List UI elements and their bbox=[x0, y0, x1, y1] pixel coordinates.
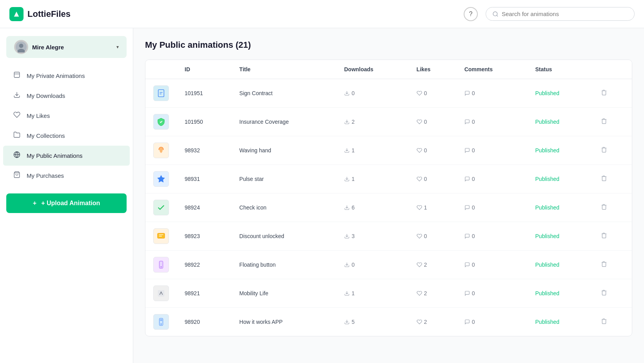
thumb-icon bbox=[153, 85, 169, 101]
row-actions[interactable] bbox=[591, 79, 632, 108]
row-actions[interactable] bbox=[591, 251, 632, 279]
table-row: 101950 Insurance Coverage 2 0 0 Publishe… bbox=[145, 108, 632, 136]
delete-button[interactable] bbox=[599, 288, 609, 299]
row-id: 101951 bbox=[177, 79, 232, 108]
sidebar: Mire Alegre ▾ My Private Animations My D… bbox=[0, 28, 133, 363]
table-header: ID Title Downloads Likes Comments Status bbox=[145, 60, 632, 79]
avatar bbox=[14, 40, 28, 54]
row-likes: 2 bbox=[409, 251, 457, 279]
row-id: 101950 bbox=[177, 108, 232, 136]
sidebar-item-downloads[interactable]: My Downloads bbox=[3, 86, 130, 106]
row-thumbnail bbox=[145, 136, 177, 165]
row-actions[interactable] bbox=[591, 279, 632, 308]
svg-line-1 bbox=[497, 15, 498, 16]
delete-button[interactable] bbox=[599, 316, 609, 327]
delete-button[interactable] bbox=[599, 202, 609, 213]
svg-point-3 bbox=[19, 43, 24, 48]
row-actions[interactable] bbox=[591, 193, 632, 222]
col-comments: Comments bbox=[457, 60, 528, 79]
row-comments: 0 bbox=[457, 251, 528, 279]
row-id: 98924 bbox=[177, 193, 232, 222]
help-button[interactable]: ? bbox=[464, 7, 478, 21]
delete-button[interactable] bbox=[599, 145, 609, 156]
row-title: Pulse star bbox=[232, 165, 336, 193]
svg-rect-18 bbox=[158, 233, 165, 238]
thumb-icon bbox=[153, 200, 169, 215]
downloads-icon bbox=[13, 91, 21, 100]
row-thumbnail bbox=[145, 193, 177, 222]
row-downloads: 0 bbox=[336, 251, 409, 279]
row-likes: 0 bbox=[409, 108, 457, 136]
page-title: My Public animations (21) bbox=[145, 40, 632, 50]
sidebar-item-likes[interactable]: My Likes bbox=[3, 106, 130, 126]
sidebar-item-private-animations[interactable]: My Private Animations bbox=[3, 66, 130, 86]
svg-rect-23 bbox=[158, 290, 165, 297]
delete-button[interactable] bbox=[599, 88, 609, 99]
search-input[interactable] bbox=[502, 11, 628, 17]
row-comments: 0 bbox=[457, 165, 528, 193]
table-row: 98932 Waving hand 1 0 0 Published bbox=[145, 136, 632, 165]
row-actions[interactable] bbox=[591, 136, 632, 165]
svg-point-27 bbox=[161, 323, 162, 325]
row-likes: 1 bbox=[409, 193, 457, 222]
delete-button[interactable] bbox=[599, 231, 609, 242]
row-status: Published bbox=[528, 251, 591, 279]
row-thumbnail bbox=[145, 308, 177, 336]
thumb-icon bbox=[153, 143, 169, 158]
table-row: 101951 Sign Contract 0 0 0 Published bbox=[145, 79, 632, 108]
row-likes: 0 bbox=[409, 165, 457, 193]
delete-button[interactable] bbox=[599, 259, 609, 270]
public-animations-icon bbox=[13, 151, 21, 160]
row-actions[interactable] bbox=[591, 108, 632, 136]
row-actions[interactable] bbox=[591, 165, 632, 193]
row-status: Published bbox=[528, 308, 591, 336]
row-id: 98920 bbox=[177, 308, 232, 336]
row-downloads: 1 bbox=[336, 136, 409, 165]
search-icon bbox=[492, 11, 499, 17]
row-status: Published bbox=[528, 193, 591, 222]
sidebar-item-public-animations[interactable]: My Public Animations bbox=[3, 146, 130, 166]
row-status: Published bbox=[528, 222, 591, 251]
row-title: Waving hand bbox=[232, 136, 336, 165]
thumb-icon bbox=[153, 228, 169, 244]
row-likes: 0 bbox=[409, 79, 457, 108]
row-status: Published bbox=[528, 79, 591, 108]
animations-table: ID Title Downloads Likes Comments Status… bbox=[145, 60, 632, 336]
row-downloads: 5 bbox=[336, 308, 409, 336]
row-likes: 0 bbox=[409, 136, 457, 165]
table-row: 98922 Floating button 0 2 0 Published bbox=[145, 251, 632, 279]
row-thumbnail bbox=[145, 222, 177, 251]
row-thumbnail bbox=[145, 108, 177, 136]
table-row: 98923 Discount unlocked 3 0 0 Published bbox=[145, 222, 632, 251]
col-actions bbox=[591, 60, 632, 79]
row-downloads: 3 bbox=[336, 222, 409, 251]
row-id: 98922 bbox=[177, 251, 232, 279]
row-comments: 0 bbox=[457, 193, 528, 222]
thumb-icon bbox=[153, 314, 169, 330]
table-row: 98920 How it works APP 5 2 0 Published bbox=[145, 308, 632, 336]
sidebar-item-collections[interactable]: My Collections bbox=[3, 126, 130, 146]
row-title: Insurance Coverage bbox=[232, 108, 336, 136]
sidebar-item-purchases[interactable]: My Purchases bbox=[3, 166, 130, 186]
row-comments: 0 bbox=[457, 79, 528, 108]
row-actions[interactable] bbox=[591, 308, 632, 336]
thumb-icon bbox=[153, 257, 169, 273]
col-likes: Likes bbox=[409, 60, 457, 79]
thumb-icon bbox=[153, 114, 169, 130]
row-status: Published bbox=[528, 108, 591, 136]
col-title: Title bbox=[232, 60, 336, 79]
row-thumbnail bbox=[145, 251, 177, 279]
col-thumb bbox=[145, 60, 177, 79]
delete-button[interactable] bbox=[599, 116, 609, 127]
private-animations-icon bbox=[13, 71, 21, 80]
delete-button[interactable] bbox=[599, 173, 609, 184]
row-downloads: 0 bbox=[336, 79, 409, 108]
row-thumbnail bbox=[145, 279, 177, 308]
logo-area: LottieFiles bbox=[9, 7, 71, 21]
user-selector[interactable]: Mire Alegre ▾ bbox=[6, 36, 127, 58]
upload-animation-button[interactable]: + + Upload Animation bbox=[6, 193, 127, 213]
likes-icon bbox=[13, 111, 21, 120]
animations-table-container: ID Title Downloads Likes Comments Status… bbox=[145, 60, 632, 336]
col-id: ID bbox=[177, 60, 232, 79]
row-actions[interactable] bbox=[591, 222, 632, 251]
